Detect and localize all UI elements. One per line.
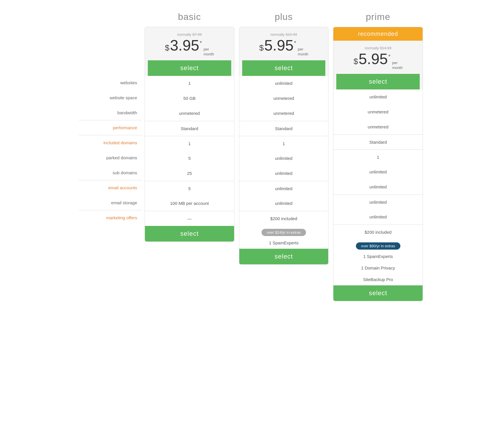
label-email-accounts: email accounts <box>79 180 142 195</box>
plan-prime-per-month: permonth <box>392 61 403 70</box>
plan-prime-email-accounts: unlimited <box>333 194 423 209</box>
label-included-domains: included domains <box>79 135 142 150</box>
plan-prime-select-bottom[interactable]: select <box>333 285 423 301</box>
plan-basic-website-space: 50 GB <box>145 91 234 106</box>
plan-basic-dollar: $ <box>165 43 169 53</box>
plan-plus-email-accounts: unlimited <box>239 181 328 196</box>
plan-plus-asterisk: * <box>294 40 296 46</box>
plan-plus-normally: normally $10.99 <box>242 32 326 37</box>
recommended-badge: recommended <box>333 27 423 41</box>
plan-plus-name: plus <box>275 12 293 22</box>
plan-plus-extras: over $24/yr in extras 1 SpamExperts <box>239 226 328 249</box>
label-parked-domains: parked domains <box>79 150 142 165</box>
plan-basic-card: normally $7.99 $ 3.95 * permonth select … <box>145 27 234 242</box>
plan-basic-bandwidth: unmetered <box>145 106 234 121</box>
plan-plus-parked-domains: unlimited <box>239 151 328 166</box>
plan-plus-dollar: $ <box>259 43 264 53</box>
plan-basic-sub-domains: 25 <box>145 166 234 181</box>
plan-basic-included-domains: 1 <box>145 136 234 151</box>
plan-basic-per-month: permonth <box>204 47 214 57</box>
plan-basic-asterisk: * <box>200 40 202 46</box>
plan-prime-name: prime <box>366 12 390 22</box>
plan-basic-normally: normally $7.99 <box>148 32 231 37</box>
plan-plus-card: normally $10.99 $ 5.95 * permonth select… <box>239 27 329 265</box>
plan-plus-spamexperts: 1 SpamExperts <box>269 237 299 249</box>
plan-prime-dollar: $ <box>354 57 358 66</box>
plan-plus-bandwidth: unmetered <box>239 106 328 121</box>
plan-prime-card: normally $14.99 $ 5.95 * permonth select… <box>333 41 423 301</box>
plan-prime-features: unlimited unmetered unmetered Standard 1… <box>333 89 423 239</box>
label-email-storage: email storage <box>79 195 142 210</box>
plan-basic-amount: 3.95 <box>170 38 199 53</box>
plan-plus-included-domains: 1 <box>239 136 328 151</box>
plan-basic: basic normally $7.99 $ 3.95 * permonth s… <box>142 12 237 242</box>
plan-plus-amount: 5.95 <box>264 38 294 53</box>
plan-plus-select-top[interactable]: select <box>242 60 326 76</box>
plan-prime-domain-privacy: 1 Domain Privacy <box>361 262 395 274</box>
plan-basic-price-section: normally $7.99 $ 3.95 * permonth select <box>145 27 234 76</box>
plan-prime-original-price: $14.99 <box>380 46 391 50</box>
plan-prime-normally: normally $14.99 <box>336 46 420 50</box>
plan-prime-spamexperts: 1 SpamExperts <box>363 251 393 262</box>
plan-plus-performance: Standard <box>239 121 328 136</box>
plan-basic-price-row: $ 3.95 * permonth <box>148 38 231 57</box>
plan-prime-select-top[interactable]: select <box>336 74 420 89</box>
plan-prime-websites: unlimited <box>333 89 423 104</box>
plan-prime-amount: 5.95 <box>359 51 388 66</box>
plan-basic-email-storage: 100 MB per account <box>145 196 234 211</box>
plan-plus-per-month: permonth <box>298 47 308 57</box>
plan-prime-price-section: normally $14.99 $ 5.95 * permonth select <box>333 41 423 89</box>
plan-plus-price-row: $ 5.95 * permonth <box>242 38 326 57</box>
plan-prime-parked-domains: unlimited <box>333 164 423 179</box>
plan-plus-website-space: unmetered <box>239 91 328 106</box>
plan-basic-name: basic <box>178 12 201 22</box>
plan-basic-select-top[interactable]: select <box>148 60 231 76</box>
plan-basic-email-accounts: 5 <box>145 181 234 196</box>
plan-basic-websites: 1 <box>145 76 234 91</box>
plan-prime-card-wrapper: recommended normally $14.99 $ 5.95 * per… <box>333 27 423 301</box>
plan-plus-sub-domains: unlimited <box>239 166 328 181</box>
pricing-container: websites website space bandwidth perform… <box>79 12 425 301</box>
plan-prime-asterisk: * <box>389 54 391 60</box>
plan-prime-bandwidth: unmetered <box>333 119 423 134</box>
plan-prime-sitebackup: SiteBackup Pro <box>363 274 393 285</box>
plan-basic-features: 1 50 GB unmetered Standard 1 5 25 5 100 … <box>145 76 234 226</box>
plan-plus-extras-badge: over $24/yr in extras <box>262 229 306 236</box>
plan-basic-original-price: $7.99 <box>192 32 202 37</box>
plan-basic-performance: Standard <box>145 121 234 136</box>
plan-prime-included-domains: 1 <box>333 149 423 164</box>
label-performance: performance <box>79 120 142 135</box>
plan-plus-price-section: normally $10.99 $ 5.95 * permonth select <box>239 27 328 76</box>
plan-prime-marketing-offers: $200 included <box>333 224 423 239</box>
plan-plus-marketing-offers: $200 included <box>239 211 328 226</box>
plan-plus-websites: unlimited <box>239 76 328 91</box>
plan-prime-sub-domains: unlimited <box>333 179 423 194</box>
plan-prime-website-space: unmetered <box>333 104 423 119</box>
label-marketing-offers: marketing offers <box>79 210 142 225</box>
plan-plus-select-bottom[interactable]: select <box>239 249 328 264</box>
label-website-space: website space <box>79 90 142 105</box>
label-bandwidth: bandwidth <box>79 105 142 120</box>
plan-prime-extras: over $80/yr in extras 1 SpamExperts 1 Do… <box>333 239 423 285</box>
plan-plus-original-price: $10.99 <box>286 32 297 37</box>
plan-plus: plus normally $10.99 $ 5.95 * permonth s… <box>237 12 331 265</box>
label-websites: websites <box>79 75 142 90</box>
plan-prime-performance: Standard <box>333 134 423 149</box>
plan-basic-select-bottom[interactable]: select <box>145 226 234 242</box>
plan-plus-email-storage: unlimited <box>239 196 328 211</box>
plan-basic-parked-domains: 5 <box>145 151 234 166</box>
plan-prime-email-storage: unlimited <box>333 209 423 224</box>
plan-prime-price-row: $ 5.95 * permonth <box>336 51 420 70</box>
plan-prime: prime recommended normally $14.99 $ 5.95… <box>331 12 425 301</box>
plan-prime-extras-badge: over $80/yr in extras <box>356 242 400 250</box>
plan-plus-features: unlimited unmetered unmetered Standard 1… <box>239 76 328 226</box>
labels-column: websites website space bandwidth perform… <box>79 12 142 225</box>
label-sub-domains: sub domains <box>79 165 142 180</box>
plan-basic-marketing-offers: — <box>145 211 234 226</box>
